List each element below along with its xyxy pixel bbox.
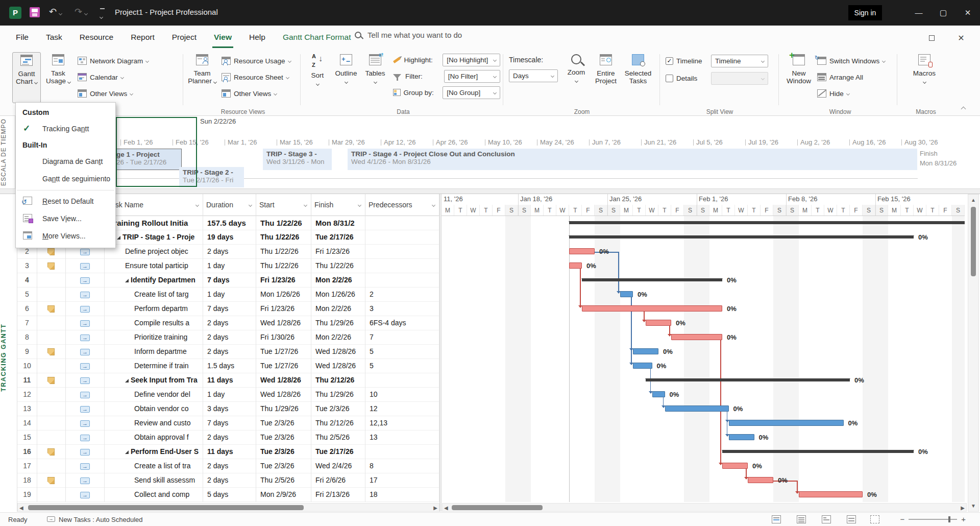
start-cell[interactable]: Tue 1/27/26 xyxy=(256,345,311,359)
scroll-left-icon[interactable]: ◀ xyxy=(19,505,23,511)
predecessors-cell[interactable]: 6FS-4 days xyxy=(365,316,439,330)
note-icon[interactable] xyxy=(47,262,55,270)
finish-cell[interactable]: Mon 2/2/26 xyxy=(311,302,365,316)
task-table[interactable]: 0→Training Rollout Initia157.5 daysThu 1… xyxy=(17,216,439,502)
table-row[interactable]: 10→Determine if train1.5 daysTue 1/27/26… xyxy=(17,359,439,373)
start-cell[interactable]: Thu 2/5/26 xyxy=(256,473,311,488)
critical-task-bar[interactable] xyxy=(748,477,773,483)
predecessors-cell[interactable] xyxy=(365,273,439,288)
switch-windows-button[interactable]: ↻ Switch Windows xyxy=(817,54,885,67)
maximize-button[interactable]: ▢ xyxy=(931,0,955,26)
finish-cell[interactable]: Wed 1/28/26 xyxy=(311,359,365,373)
tab-project[interactable]: Project xyxy=(163,26,205,50)
predecessors-cell[interactable] xyxy=(365,245,439,259)
filter-dropdown[interactable]: [No Filter] xyxy=(444,70,500,83)
zoom-button[interactable]: Zoom xyxy=(564,52,589,84)
table-row[interactable]: 14→Review and custo7 daysTue 2/3/26Thu 2… xyxy=(17,416,439,431)
critical-task-bar[interactable] xyxy=(582,305,722,312)
close-button[interactable]: ✕ xyxy=(955,0,980,26)
duration-cell[interactable]: 3 days xyxy=(203,402,256,416)
gantt-chart-area[interactable]: 0%0%0%0%0%0%0%0%0%0%0%0%0%0%0%0%0%0%0% xyxy=(442,216,965,502)
tell-me-search[interactable]: Tell me what you want to do xyxy=(355,31,462,39)
critical-task-bar[interactable] xyxy=(646,320,671,326)
collapse-ribbon-button[interactable] xyxy=(961,107,966,112)
menu-item-reset-to-default[interactable]: ↺Reset to Default xyxy=(16,193,115,210)
finish-cell[interactable]: Fri 2/13/26 xyxy=(311,488,365,502)
view-shortcut-task-usage-icon[interactable] xyxy=(797,515,806,523)
predecessors-cell[interactable]: 12,13 xyxy=(365,416,439,431)
start-cell[interactable]: Mon 2/9/26 xyxy=(256,488,311,502)
task-name-cell[interactable]: Define project objec xyxy=(105,245,203,259)
task-bar[interactable] xyxy=(665,405,729,412)
task-bar[interactable] xyxy=(729,434,754,440)
summary-task-bar[interactable] xyxy=(646,378,850,381)
predecessors-cell[interactable] xyxy=(365,445,439,459)
task-name-cell[interactable]: Collect and comp xyxy=(105,488,203,502)
duration-cell[interactable]: 7 days xyxy=(203,416,256,431)
table-row[interactable]: 3→Ensure total particip1 dayThu 1/22/26T… xyxy=(17,259,439,273)
finish-cell[interactable]: Fri 1/23/26 xyxy=(311,245,365,259)
zoom-slider-knob[interactable] xyxy=(948,516,950,522)
table-h-scroll-thumb[interactable] xyxy=(28,505,304,510)
finish-cell[interactable]: Tue 2/17/26 xyxy=(311,445,365,459)
note-icon[interactable] xyxy=(47,305,55,313)
duration-cell[interactable]: 7 days xyxy=(203,302,256,316)
predecessors-cell[interactable] xyxy=(365,230,439,245)
selected-tasks-button[interactable]: SelectedTasks xyxy=(623,52,653,85)
tab-resource[interactable]: Resource xyxy=(71,26,122,50)
column-header-finish[interactable]: Finish xyxy=(311,194,365,216)
predecessors-cell[interactable]: 7 xyxy=(365,330,439,345)
predecessors-cell[interactable] xyxy=(365,259,439,273)
menu-item-save-view-[interactable]: Save View... xyxy=(16,210,115,227)
doc-restore-button[interactable] xyxy=(925,32,938,45)
task-name-cell[interactable]: Ensure total particip xyxy=(105,259,203,273)
predecessors-cell[interactable]: 3 xyxy=(365,302,439,316)
resource-sheet-button[interactable]: Resource Sheet xyxy=(222,70,289,84)
column-header-task-name[interactable]: Task Name xyxy=(105,194,203,216)
outline-button[interactable]: +− Outline xyxy=(332,52,360,85)
timescale-dropdown[interactable]: Days xyxy=(509,69,558,82)
tab-task[interactable]: Task xyxy=(37,26,71,50)
finish-cell[interactable]: Mon 2/2/26 xyxy=(311,273,365,288)
finish-cell[interactable]: Thu 1/29/26 xyxy=(311,388,365,402)
column-header-start[interactable]: Start xyxy=(256,194,311,216)
scroll-down-icon[interactable]: ▼ xyxy=(971,503,976,509)
macros-button[interactable]: Macros xyxy=(910,52,939,85)
task-name-cell[interactable]: Create a list of tra xyxy=(105,459,203,473)
summary-task-bar[interactable] xyxy=(582,278,722,281)
scroll-right-icon[interactable]: ▶ xyxy=(961,505,965,511)
predecessors-cell[interactable]: 5 xyxy=(365,359,439,373)
table-row[interactable]: 6→Perform departm7 daysFri 1/23/26Mon 2/… xyxy=(17,302,439,316)
predecessors-cell[interactable]: 8 xyxy=(365,459,439,473)
save-icon[interactable] xyxy=(30,7,40,17)
start-cell[interactable]: Tue 2/3/26 xyxy=(256,431,311,445)
minimize-button[interactable]: — xyxy=(906,0,931,26)
finish-cell[interactable]: Tue 2/3/26 xyxy=(311,402,365,416)
customize-toolbar-icon[interactable] xyxy=(100,8,105,21)
table-row[interactable]: 11→Seek Input from Tra11 daysWed 1/28/26… xyxy=(17,373,439,388)
predecessors-cell[interactable]: 2 xyxy=(365,288,439,302)
sign-in-button[interactable]: Sign in xyxy=(848,5,882,20)
redo-button[interactable]: ↷ xyxy=(75,6,87,17)
table-row[interactable]: 7→Compile results a2 daysWed 1/28/26Thu … xyxy=(17,316,439,330)
critical-task-bar[interactable] xyxy=(671,334,722,340)
finish-cell[interactable]: Tue 2/17/26 xyxy=(311,230,365,245)
menu-item-tracking-gantt[interactable]: ✓Tracking Gantt xyxy=(16,120,115,137)
view-shortcut-resource-sheet-icon[interactable] xyxy=(847,515,856,523)
finish-cell[interactable]: Mon 2/2/26 xyxy=(311,330,365,345)
predecessors-cell[interactable] xyxy=(365,216,439,230)
predecessors-cell[interactable]: 5 xyxy=(365,345,439,359)
summary-task-bar[interactable] xyxy=(569,221,965,224)
v-scrollbar[interactable]: ▲ ▼ xyxy=(968,194,979,512)
tables-button[interactable]: ⇄ Tables xyxy=(362,52,388,85)
finish-cell[interactable]: Thu 1/29/26 xyxy=(311,316,365,330)
zoom-out-button[interactable]: − xyxy=(900,515,904,523)
duration-cell[interactable]: 2 days xyxy=(203,431,256,445)
v-scroll-thumb[interactable] xyxy=(971,207,976,276)
finish-cell[interactable]: Thu 1/22/26 xyxy=(311,259,365,273)
menu-item-gantt-de-seguimiento[interactable]: Gantt de seguimiento xyxy=(16,170,115,187)
column-header-duration[interactable]: Duration xyxy=(203,194,256,216)
start-cell[interactable]: Tue 2/3/26 xyxy=(256,445,311,459)
finish-cell[interactable]: Wed 2/4/26 xyxy=(311,459,365,473)
view-shortcut-gantt-icon[interactable] xyxy=(772,515,781,523)
